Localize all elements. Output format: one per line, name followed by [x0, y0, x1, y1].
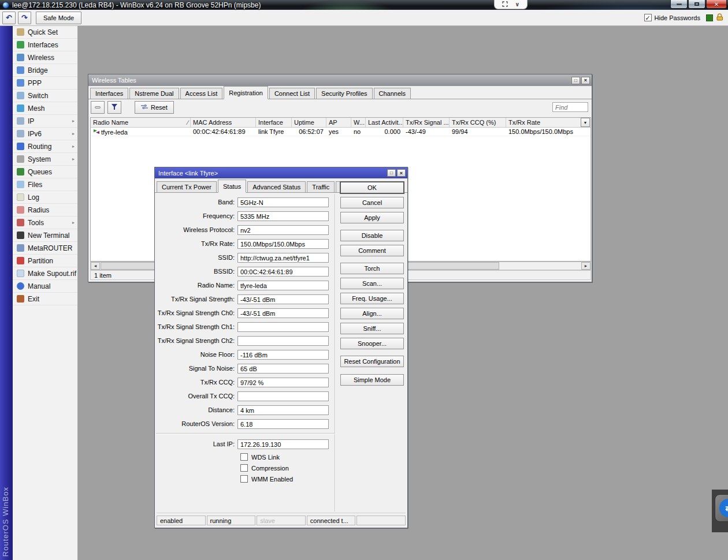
wt-close-button[interactable]: ×	[581, 77, 590, 84]
sidebar-item-ppp[interactable]: PPP	[13, 77, 77, 89]
tab-registration[interactable]: Registration	[224, 86, 268, 99]
remove-button[interactable]	[91, 101, 105, 114]
snooper-button[interactable]: Snooper...	[340, 338, 404, 349]
interface-dialog-titlebar[interactable]: Interface <link Tfyre> □ ×	[155, 167, 407, 178]
sidebar-item-radius[interactable]: Radius	[13, 204, 77, 216]
radio-name-field[interactable]	[237, 281, 329, 290]
wmm-enabled-checkbox[interactable]	[240, 475, 248, 483]
overall-tx-ccq-field[interactable]	[237, 391, 329, 401]
column-tx-rx-ccq[interactable]: Tx/Rx CCQ (%)	[450, 118, 506, 127]
disable-button[interactable]: Disable	[340, 230, 404, 241]
sidebar-item-new-terminal[interactable]: New Terminal	[13, 229, 77, 242]
reset-configuration-button[interactable]: Reset Configuration	[340, 356, 404, 367]
sidebar-item-metarouter[interactable]: MetaROUTER	[13, 242, 77, 255]
sidebar-item-manual[interactable]: Manual	[13, 280, 77, 293]
scroll-right-arrow[interactable]: ►	[581, 262, 590, 270]
sidebar-item-switch[interactable]: Switch	[13, 89, 77, 102]
column-ap[interactable]: AP	[326, 118, 351, 127]
find-input[interactable]	[552, 102, 588, 112]
tab-current-tx-power[interactable]: Current Tx Power	[157, 181, 217, 192]
wireless-protocol-field[interactable]	[237, 225, 329, 235]
sidebar-item-ip[interactable]: IP▸	[13, 115, 77, 128]
dialog-close-button[interactable]: ×	[397, 169, 406, 177]
close-button[interactable]: ✕	[706, 0, 727, 9]
txrx-ccq-field[interactable]	[237, 378, 329, 387]
column-mac-address[interactable]: MAC Address	[191, 118, 256, 127]
sidebar-item-files[interactable]: Files	[13, 178, 77, 191]
filter-button[interactable]	[107, 101, 121, 114]
sidebar-item-system[interactable]: System▸	[13, 153, 77, 166]
signal-strength-ch0-field[interactable]	[237, 308, 329, 318]
signal-strength-ch1-field[interactable]	[237, 322, 329, 332]
tab-security-profiles[interactable]: Security Profiles	[316, 88, 372, 99]
ssid-field[interactable]	[237, 253, 329, 263]
tab-connect-list[interactable]: Connect List	[269, 88, 315, 99]
apply-button[interactable]: Apply	[340, 212, 404, 223]
signal-strength-ch2-field[interactable]	[237, 336, 329, 346]
reset-button[interactable]: Reset	[135, 101, 174, 114]
noise-floor-field[interactable]	[237, 350, 329, 360]
chevron-down-icon[interactable]: ∨	[515, 2, 519, 8]
safe-mode-button[interactable]: Safe Mode	[36, 12, 81, 24]
column-radio-name[interactable]: Radio Name∕	[91, 118, 191, 127]
column-select-button[interactable]: ▼	[581, 118, 590, 127]
column-tx-rx-rate[interactable]: Tx/Rx Rate	[506, 118, 590, 127]
table-row[interactable]: tfyre-leda 00:0C:42:64:61:89 link Tfyre …	[91, 128, 590, 136]
tab-traffic[interactable]: Traffic	[307, 181, 335, 192]
remote-session-toolbar[interactable]: ∨	[494, 0, 528, 9]
sidebar-item-exit[interactable]: Exit	[13, 293, 77, 305]
sidebar-item-tools[interactable]: Tools▸	[13, 216, 77, 229]
wds-link-checkbox[interactable]	[240, 453, 248, 461]
band-field[interactable]	[237, 197, 329, 207]
signal-strength-field[interactable]	[237, 294, 329, 304]
minimize-button[interactable]	[670, 0, 688, 9]
tab-interfaces[interactable]: Interfaces	[90, 88, 128, 99]
compression-checkbox[interactable]	[240, 464, 248, 472]
tab-nstreme-dual[interactable]: Nstreme Dual	[129, 88, 179, 99]
simple-mode-button[interactable]: Simple Mode	[340, 374, 404, 386]
column-wds[interactable]: W...	[351, 118, 366, 127]
sidebar-item-interfaces[interactable]: Interfaces	[13, 39, 77, 51]
hide-passwords-checkbox[interactable]	[644, 14, 652, 21]
wireless-tables-titlebar[interactable]: Wireless Tables □ ×	[88, 74, 592, 86]
tab-access-list[interactable]: Access List	[180, 88, 223, 99]
distance-field[interactable]	[237, 405, 329, 415]
cancel-button[interactable]: Cancel	[340, 197, 404, 208]
freq-usage-button[interactable]: Freq. Usage...	[340, 293, 404, 304]
tab-channels[interactable]: Channels	[374, 88, 411, 99]
tab-status[interactable]: Status	[218, 180, 246, 193]
sidebar-item-mesh[interactable]: Mesh	[13, 102, 77, 115]
sidebar-item-bridge[interactable]: Bridge	[13, 64, 77, 77]
scan-button[interactable]: Scan...	[340, 278, 404, 289]
ok-button[interactable]: OK	[340, 182, 404, 193]
column-interface[interactable]: Interface	[256, 118, 292, 127]
column-last-activity[interactable]: Last Activit...	[366, 118, 403, 127]
fit-screen-icon[interactable]	[502, 1, 508, 8]
txrx-rate-field[interactable]	[237, 239, 329, 249]
undo-button[interactable]: ↶	[2, 12, 16, 24]
bssid-field[interactable]	[237, 267, 329, 277]
dialog-maximize-button[interactable]: □	[387, 169, 396, 177]
align-button[interactable]: Align...	[340, 308, 404, 319]
sidebar-item-wireless[interactable]: Wireless	[13, 51, 77, 64]
sidebar-item-log[interactable]: Log	[13, 191, 77, 204]
frequency-field[interactable]	[237, 211, 329, 221]
app-titlebar[interactable]: lee@172.18.215.230 (Leda RB4) - WinBox v…	[0, 0, 728, 10]
redo-button[interactable]: ↷	[18, 12, 31, 24]
last-ip-field[interactable]	[237, 439, 329, 449]
comment-button[interactable]: Comment	[340, 245, 404, 256]
sidebar-item-make-supout[interactable]: Make Supout.rif	[13, 267, 77, 280]
routeros-version-field[interactable]	[237, 419, 329, 429]
column-tx-rx-signal[interactable]: Tx/Rx Signal ...	[403, 118, 450, 127]
sidebar-item-routing[interactable]: Routing▸	[13, 140, 77, 153]
maximize-button[interactable]	[688, 0, 705, 9]
sidebar-item-ipv6[interactable]: IPv6▸	[13, 128, 77, 140]
sidebar-item-queues[interactable]: Queues	[13, 166, 77, 178]
sidebar-item-partition[interactable]: Partition	[13, 255, 77, 267]
teamviewer-icon[interactable]: ⇄	[715, 494, 728, 522]
column-uptime[interactable]: Uptime	[292, 118, 326, 127]
wt-maximize-button[interactable]: □	[571, 77, 580, 84]
signal-to-noise-field[interactable]	[237, 364, 329, 374]
torch-button[interactable]: Torch	[340, 263, 404, 274]
sniff-button[interactable]: Sniff...	[340, 323, 404, 334]
